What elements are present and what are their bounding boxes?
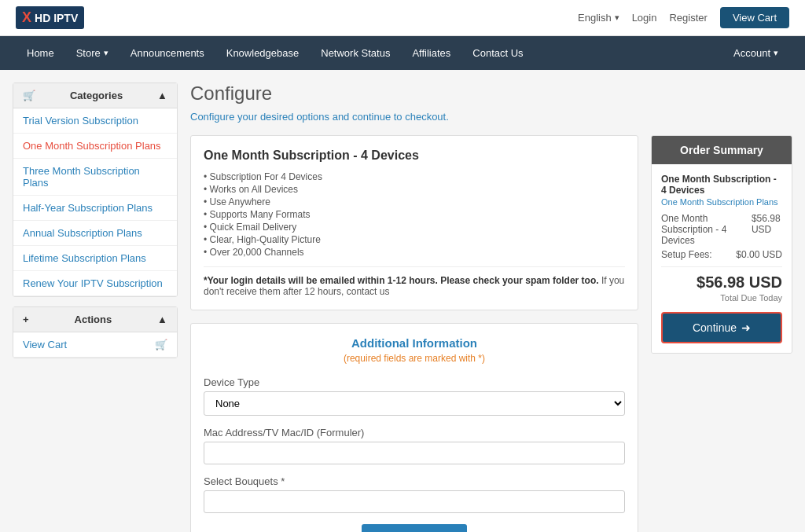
summary-product-name: One Month Subscription - 4 Devices [661, 174, 782, 196]
plus-icon: + [23, 314, 29, 325]
mac-address-input[interactable] [204, 442, 625, 464]
top-right-actions: English ▾ Login Register View Cart [578, 7, 789, 28]
device-type-group: Device Type None [204, 376, 625, 416]
mac-address-group: Mac Address/TV Mac/ID (Formuler) [204, 427, 625, 464]
content-area: Configure Configure your desired options… [190, 83, 792, 532]
summary-setup-label: Setup Fees: [661, 249, 712, 260]
bouquets-label: Select Bouquets * [204, 475, 625, 487]
nav-left: Home Store ▾ Announcements Knowledgebase… [16, 36, 535, 70]
content-body: One Month Subscription - 4 Devices Subsc… [190, 135, 792, 532]
additional-info-title: Additional Information [204, 336, 625, 350]
arrow-right-icon: ➜ [741, 321, 751, 334]
sidebar-item-lifetime[interactable]: Lifetime Subscription Plans [13, 246, 177, 271]
continue-label: Continue [693, 321, 737, 334]
summary-body: One Month Subscription - 4 Devices One M… [652, 164, 792, 353]
nav-right: Account ▾ [722, 36, 789, 70]
actions-collapse-icon[interactable]: ▲ [157, 314, 167, 325]
page-title: Configure [190, 83, 792, 105]
product-box: One Month Subscription - 4 Devices Subsc… [190, 135, 638, 310]
bouquets-input[interactable] [204, 490, 625, 513]
logo-x-icon: X [22, 9, 31, 26]
order-summary: Order Summary One Month Subscription - 4… [651, 135, 792, 532]
product-features: Subscription For 4 Devices Works on All … [204, 171, 625, 259]
language-selector[interactable]: English ▾ [578, 12, 619, 24]
logo: X HD IPTV [16, 6, 84, 29]
select-bouquets-button[interactable]: Select Bouquets [362, 524, 468, 532]
nav-home[interactable]: Home [16, 36, 65, 70]
language-label: English [578, 12, 612, 24]
categories-label: Categories [70, 90, 123, 101]
summary-product-sub: One Month Subscription Plans [661, 197, 782, 207]
product-title: One Month Subscription - 4 Devices [204, 149, 625, 163]
actions-header: + Actions ▲ [13, 307, 177, 332]
product-section: One Month Subscription - 4 Devices Subsc… [190, 135, 638, 532]
cart-small-icon: 🛒 [155, 339, 167, 350]
login-link[interactable]: Login [632, 12, 657, 24]
nav-affiliates[interactable]: Affiliates [401, 36, 461, 70]
summary-line-item: One Month Subscription - 4 Devices $56.9… [661, 213, 782, 246]
page-subtitle: Configure your desired options and conti… [190, 111, 792, 123]
register-link[interactable]: Register [669, 12, 707, 24]
sidebar-view-cart[interactable]: View Cart 🛒 [13, 332, 177, 358]
store-chevron-icon: ▾ [104, 48, 108, 58]
product-note-bold: *Your login details will be emailed with… [204, 275, 599, 286]
device-type-label: Device Type [204, 376, 625, 388]
summary-divider [661, 266, 782, 267]
sidebar-item-one-month[interactable]: One Month Subscription Plans [13, 134, 177, 159]
device-type-select[interactable]: None [204, 391, 625, 416]
chevron-down-icon: ▾ [615, 13, 619, 23]
feature-3: Use Anywhere [204, 196, 625, 208]
summary-total-amount: $56.98 USD [661, 273, 782, 292]
sidebar-item-trial[interactable]: Trial Version Subscription [13, 108, 177, 134]
actions-label: Actions [75, 314, 112, 325]
continue-button[interactable]: Continue ➜ [661, 312, 782, 343]
summary-box: Order Summary One Month Subscription - 4… [651, 135, 792, 354]
product-note: *Your login details will be emailed with… [204, 266, 625, 297]
feature-2: Works on All Devices [204, 183, 625, 196]
nav-network-status[interactable]: Network Status [310, 36, 401, 70]
bouquets-group: Select Bouquets * [204, 475, 625, 513]
nav-bar: Home Store ▾ Announcements Knowledgebase… [0, 36, 805, 70]
feature-1: Subscription For 4 Devices [204, 171, 625, 183]
view-cart-label: View Cart [23, 339, 67, 350]
logo-box: X HD IPTV [16, 6, 84, 29]
additional-info-subtitle: (required fields are marked with *) [204, 353, 625, 364]
cart-icon: 🛒 [23, 90, 35, 101]
main-wrapper: 🛒 Categories ▲ Trial Version Subscriptio… [0, 70, 805, 532]
feature-5: Quick Email Delivery [204, 221, 625, 233]
account-label: Account [733, 47, 770, 59]
nav-contact-us[interactable]: Contact Us [461, 36, 534, 70]
summary-setup-value: $0.00 USD [736, 249, 782, 260]
feature-6: Clear, High-Quality Picture [204, 233, 625, 246]
top-bar: X HD IPTV English ▾ Login Register View … [0, 0, 805, 36]
sidebar: 🛒 Categories ▲ Trial Version Subscriptio… [13, 83, 178, 532]
additional-info-section: Additional Information (required fields … [190, 323, 638, 532]
logo-text: HD IPTV [35, 12, 78, 24]
nav-announcements[interactable]: Announcements [119, 36, 215, 70]
sidebar-item-renew[interactable]: Renew Your IPTV Subscription [13, 271, 177, 296]
collapse-icon[interactable]: ▲ [157, 90, 167, 101]
feature-7: Over 20,000 Channels [204, 246, 625, 259]
mac-address-label: Mac Address/TV Mac/ID (Formuler) [204, 427, 625, 438]
feature-4: Supports Many Formats [204, 208, 625, 221]
categories-section: 🛒 Categories ▲ Trial Version Subscriptio… [13, 83, 178, 297]
sidebar-item-three-month[interactable]: Three Month Subscription Plans [13, 159, 177, 196]
categories-header: 🛒 Categories ▲ [13, 83, 177, 108]
summary-total-label: Total Due Today [661, 293, 782, 303]
sidebar-item-half-year[interactable]: Half-Year Subscription Plans [13, 196, 177, 221]
account-chevron-icon: ▾ [774, 48, 778, 58]
nav-store[interactable]: Store ▾ [65, 36, 119, 70]
nav-knowledgebase[interactable]: Knowledgebase [215, 36, 311, 70]
summary-setup-fees: Setup Fees: $0.00 USD [661, 249, 782, 260]
summary-header: Order Summary [652, 136, 792, 164]
sidebar-item-annual[interactable]: Annual Subscription Plans [13, 221, 177, 246]
view-cart-button[interactable]: View Cart [720, 7, 789, 28]
nav-account[interactable]: Account ▾ [722, 36, 789, 70]
summary-line-label: One Month Subscription - 4 Devices [661, 213, 752, 246]
actions-section: + Actions ▲ View Cart 🛒 [13, 306, 178, 358]
summary-line-price: $56.98 USD [752, 213, 782, 246]
